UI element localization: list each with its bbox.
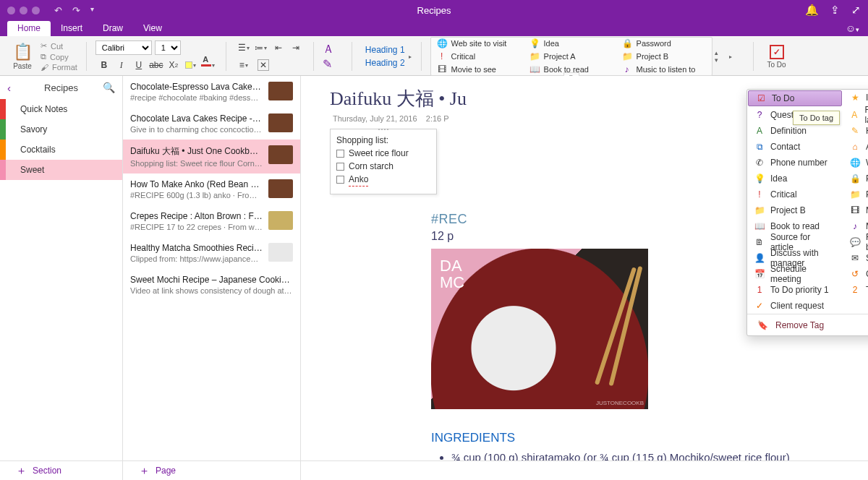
- numbering-button[interactable]: ≔▾: [252, 40, 270, 55]
- tags-gallery[interactable]: ▴▾ ▾ 🌐Web site to visit💡Idea🔒Password!Cr…: [430, 37, 712, 76]
- tag-menu-item[interactable]: !Critical: [747, 187, 843, 202]
- style-heading2[interactable]: Heading 2: [365, 58, 405, 68]
- subscript-button[interactable]: X2: [165, 58, 182, 72]
- feedback-icon[interactable]: ☺︎▾: [846, 22, 859, 34]
- page-item[interactable]: Sweet Mochi Recipe – Japanese Cooki…Vide…: [123, 269, 300, 301]
- todo-row[interactable]: Sweet rice flour: [336, 147, 430, 160]
- redo-icon[interactable]: ↷: [72, 5, 80, 16]
- page-item[interactable]: Chocolate-Espresso Lava Cakes…#recipe #c…: [123, 76, 300, 108]
- bell-icon[interactable]: 🔔: [805, 4, 819, 17]
- tab-insert[interactable]: Insert: [51, 21, 93, 36]
- search-icon[interactable]: 🔍: [103, 82, 115, 93]
- tag-menu-item[interactable]: ✎Highlight: [843, 123, 868, 139]
- tag-menu-item[interactable]: ♪Music to listen to: [843, 218, 868, 234]
- italic-button[interactable]: I: [113, 58, 130, 72]
- tags-scroll[interactable]: ▴▾: [712, 38, 722, 75]
- format-painter-big[interactable]: Ａ✎: [323, 49, 343, 64]
- todo-tag-button[interactable]: ✓: [770, 45, 784, 59]
- todo-row[interactable]: Anko: [336, 173, 430, 187]
- tags-expand[interactable]: ▸: [726, 53, 736, 60]
- tag-menu-item[interactable]: 2To Do priority 2: [843, 282, 868, 298]
- highlight-button[interactable]: ▾: [182, 58, 200, 72]
- add-page-button[interactable]: ＋Page: [123, 461, 301, 480]
- tag-gallery-item[interactable]: 💡Idea: [527, 38, 619, 49]
- page-item-sub: #recipe #chocolate #baking #dessert…: [130, 93, 263, 102]
- tag-icon: 2: [850, 285, 860, 295]
- tag-gallery-item[interactable]: 🎞Movie to see: [434, 64, 527, 75]
- todo-row[interactable]: Corn starch: [336, 160, 430, 173]
- tag-menu-item[interactable]: ☑To Do: [748, 90, 842, 106]
- section-item[interactable]: Sweet: [0, 160, 122, 180]
- todo-text: Anko: [349, 173, 368, 187]
- tag-menu-item[interactable]: ADefinition: [747, 123, 843, 139]
- tag-menu-item[interactable]: ✆Phone number: [747, 155, 843, 171]
- tag-menu-item[interactable]: 🌐Web site to visit: [843, 155, 868, 171]
- brush-icon: 🖌: [41, 63, 48, 72]
- tab-view[interactable]: View: [133, 21, 172, 36]
- font-name-select[interactable]: Calibri: [95, 40, 152, 55]
- tab-home[interactable]: Home: [7, 21, 51, 36]
- tag-menu-item[interactable]: 📁Project B: [747, 202, 843, 218]
- format-painter-button[interactable]: 🖌Format: [41, 63, 77, 72]
- tag-menu-item[interactable]: ⌂Address: [843, 139, 868, 155]
- page-item[interactable]: Healthy Matcha Smoothies Reci…Clipped fr…: [123, 237, 300, 269]
- tag-gallery-item[interactable]: 🌐Web site to visit: [434, 38, 527, 49]
- page-item[interactable]: Chocolate Lava Cakes Recipe -…Give in to…: [123, 108, 300, 140]
- remove-tag-button[interactable]: 🔖Remove Tag: [747, 314, 868, 335]
- window-controls[interactable]: [0, 7, 40, 14]
- bullets-button[interactable]: ☰▾: [235, 40, 252, 55]
- tag-menu-item[interactable]: ★Important: [843, 90, 868, 106]
- clear-format-button[interactable]: ✕: [252, 58, 274, 72]
- tab-draw[interactable]: Draw: [93, 21, 133, 36]
- bold-button[interactable]: B: [95, 58, 113, 72]
- tags-dropdown[interactable]: ☑To Do★Important?QuestionARemember for l…: [746, 89, 868, 336]
- page-item[interactable]: Crepes Recipe : Alton Brown : F…#RECIPE …: [123, 205, 300, 237]
- tag-gallery-item[interactable]: 🔒Password: [619, 38, 712, 49]
- indent-button[interactable]: ⇥: [287, 40, 305, 55]
- section-item[interactable]: Quick Notes: [0, 99, 122, 119]
- tag-gallery-item[interactable]: ♪Music to listen to: [619, 64, 712, 75]
- page-item[interactable]: How To Make Anko (Red Bean P…#RECIPE 600…: [123, 173, 300, 205]
- tag-menu-item[interactable]: 💡Idea: [747, 171, 843, 187]
- tag-menu-item[interactable]: 1To Do priority 1: [747, 282, 843, 298]
- undo-icon[interactable]: ↶: [54, 5, 62, 16]
- paste-icon[interactable]: 📋: [13, 43, 33, 61]
- copy-button[interactable]: ⧉Copy: [41, 52, 77, 61]
- fullscreen-icon[interactable]: ⤢: [851, 4, 861, 17]
- tag-gallery-item[interactable]: !Critical: [434, 51, 527, 62]
- tag-menu-item[interactable]: ✓Client request: [747, 298, 868, 314]
- align-button[interactable]: ≡▾: [235, 58, 252, 72]
- share-icon[interactable]: ⇪: [830, 4, 840, 17]
- underline-button[interactable]: U: [130, 58, 148, 72]
- outdent-button[interactable]: ⇤: [270, 40, 287, 55]
- tag-gallery-item[interactable]: 📁Project A: [527, 51, 619, 62]
- section-item[interactable]: Cocktails: [0, 140, 122, 160]
- page-item[interactable]: Daifuku 大福 • Just One Cookbo…Shopping li…: [123, 140, 300, 173]
- back-icon[interactable]: ‹: [7, 82, 11, 94]
- checkbox-icon[interactable]: [336, 176, 344, 184]
- checkbox-icon[interactable]: [336, 163, 344, 171]
- style-heading1[interactable]: Heading 1: [365, 45, 405, 55]
- tag-menu-item[interactable]: 🔒Password: [843, 171, 868, 187]
- add-section-button[interactable]: ＋Section: [0, 461, 123, 480]
- cut-button[interactable]: ✂Cut: [41, 41, 77, 51]
- strike-button[interactable]: abc: [148, 58, 165, 72]
- tag-menu-item[interactable]: 📅Schedule meeting: [747, 266, 843, 282]
- tag-menu-item[interactable]: 🎞Movie to see: [843, 202, 868, 218]
- tag-gallery-item[interactable]: 📁Project B: [619, 51, 712, 62]
- tag-menu-item[interactable]: ↺Call back: [843, 266, 868, 282]
- font-color-button[interactable]: ▾: [200, 58, 217, 72]
- checkbox-icon[interactable]: [336, 150, 344, 158]
- tag-menu-item[interactable]: 📁Project A: [843, 187, 868, 202]
- tag-menu-item[interactable]: ⧉Contact: [747, 139, 843, 155]
- tag-icon: 🎞: [437, 64, 447, 74]
- font-size-select[interactable]: 11: [155, 40, 181, 55]
- note-container[interactable]: Shopping list: Sweet rice flourCorn star…: [330, 129, 437, 194]
- section-item[interactable]: Savory: [0, 119, 122, 140]
- tag-menu-item[interactable]: ✉Send in email: [843, 250, 868, 266]
- tag-menu-item[interactable]: 💬Remember for blog: [843, 234, 868, 250]
- note-canvas[interactable]: Daifuku 大福 • Ju Thursday, July 21, 2016 …: [301, 76, 868, 460]
- styles-expand[interactable]: ▸: [405, 53, 415, 60]
- tag-menu-item[interactable]: ARemember for later: [843, 107, 868, 123]
- qat-caret-icon[interactable]: ▾: [90, 5, 94, 16]
